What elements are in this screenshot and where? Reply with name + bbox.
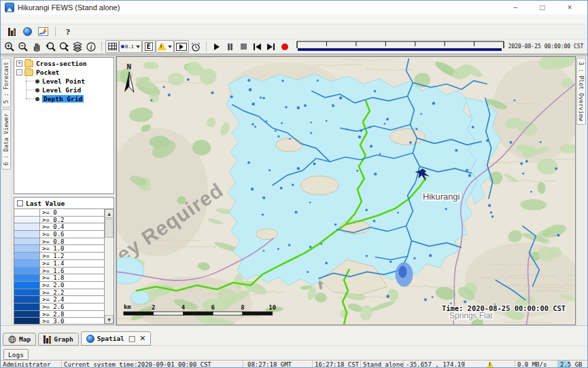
last-value-filter[interactable]: Last Value [14,198,114,208]
tab-spatial[interactable]: Spatial □ ✕ [81,331,152,346]
animation-export-button[interactable] [174,40,189,53]
legend-row[interactable]: >= 0.8 [14,238,104,246]
logs-button[interactable]: Logs [3,349,29,360]
legend-row[interactable]: >= 0.6 [14,231,104,238]
thresholds-dropdown[interactable] [156,40,174,53]
town-label: Hikurangi [423,191,460,202]
legend-row-label: >= 1.2 [40,253,104,259]
legend-row[interactable]: >= 3.0 [14,318,104,324]
timer-clock-icon [190,41,201,52]
last-value-checkbox[interactable] [17,200,23,206]
legend-color-swatch [14,311,40,318]
legend-row-label: >= 2.8 [40,311,104,318]
legend-row-label: >= 3.0 [40,318,104,324]
tab-graph[interactable]: Graph [38,333,79,346]
svg-text:km: km [124,303,131,310]
tree-item-cross-section[interactable]: + Cross-section [14,59,114,68]
label-toggle-button[interactable]: E [142,40,156,53]
stop-button[interactable] [237,40,251,53]
side-tab-plot-overview[interactable]: 3 : Plot Overview [576,58,586,125]
side-tab-forecast[interactable]: 5 : Forecast [1,58,11,107]
zoom-in-button[interactable] [3,40,16,53]
close-button[interactable]: × [556,1,583,14]
expander-icon[interactable]: - [16,69,22,75]
expander-icon[interactable]: + [16,60,22,67]
legend-row-label: >= 1.8 [40,274,104,281]
pause-button[interactable] [224,40,237,53]
zoom-previous-button[interactable] [44,40,57,53]
legend-row[interactable]: >= 1.2 [14,253,104,260]
status-gmt-time: 08:27:18 GMT [243,361,313,368]
zoom-next-button[interactable] [57,40,71,53]
record-button[interactable] [278,40,292,53]
pan-button[interactable] [30,40,44,53]
zoom-out-button[interactable] [16,40,30,53]
tree-item-label-selected: Depth Grid [42,95,84,103]
maximize-button[interactable]: □ [529,1,556,14]
legend-row[interactable]: >= 1.0 [14,245,104,253]
folder-icon [24,60,33,67]
status-user: Administrator [1,361,62,368]
timeseries-dialog-button[interactable] [36,25,50,38]
scrollbar-thumb[interactable] [105,219,114,238]
legend-row[interactable]: >= 2.0 [14,282,104,289]
tree-item-pocket[interactable]: - Pocket [14,68,114,77]
tree-item-depth-grid[interactable]: Depth Grid [14,94,114,103]
tree-item-level-grid[interactable]: Level Grid [14,86,114,94]
legend-color-swatch [14,282,40,289]
tab-maximize-icon[interactable]: □ [128,334,135,343]
map-canvas[interactable]: API Key Required API Key Required [117,57,575,325]
legend-row[interactable]: >= 1.8 [14,274,104,282]
scroll-up-icon[interactable]: ▲ [105,209,114,218]
animation-timer-button[interactable] [189,40,203,53]
legend-row[interactable]: >= 0.4 [14,223,104,231]
main-toolbar: ? [1,24,587,39]
legend-row[interactable]: >= 0 [14,209,104,217]
window-title: Hikurangi FEWS (Stand alone) [18,3,120,12]
zoom-out-icon [18,41,29,52]
legend-row[interactable]: >= 2.6 [14,303,104,311]
map-view[interactable]: API Key Required API Key Required [116,56,576,325]
legend-row[interactable]: >= 2.8 [14,311,104,318]
time-slider[interactable] [296,39,505,54]
legend-color-swatch [14,318,40,324]
side-tab-data-viewer[interactable]: 6 : Data Viewer [1,109,11,170]
svg-text:6: 6 [211,304,214,311]
play-button[interactable] [210,40,224,53]
tree-connector [26,98,34,99]
info-icon: i [86,41,97,52]
show-grid-button[interactable] [105,40,119,53]
svg-text:2: 2 [152,304,155,311]
legend-color-swatch [14,274,40,281]
tab-close-icon[interactable]: ✕ [139,334,145,343]
help-button[interactable]: ? [61,25,75,38]
area-label: Springs Flat [449,311,493,320]
spatial-display-button[interactable] [20,25,34,38]
tree-item-label: Level Point [42,77,85,85]
right-tab-strip: 3 : Plot Overview [576,56,587,325]
status-alerts[interactable] [465,361,515,368]
contour-interval-dropdown[interactable]: 0.1 [119,40,142,53]
grid-icon [108,43,117,50]
legend-row[interactable]: >= 1.6 [14,268,104,275]
info-button[interactable]: i [84,40,98,53]
tree-item-level-point[interactable]: Level Point [14,77,114,86]
step-back-button[interactable] [251,40,264,53]
layers-button[interactable] [71,40,84,53]
legend-row[interactable]: >= 1.4 [14,260,104,268]
pause-icon [228,43,230,50]
data-analysis-button[interactable] [5,25,18,38]
legend-row[interactable]: >= 2.4 [14,296,104,303]
timeline-ruler[interactable] [296,39,505,52]
scroll-down-icon[interactable]: ▼ [105,315,114,324]
tab-map[interactable]: Map [3,333,36,346]
legend-scrollbar[interactable]: ▲ ▼ [104,209,114,324]
tree-item-label: Pocket [36,69,59,76]
minimize-button[interactable]: − [502,1,529,14]
legend-row[interactable]: >= 2.2 [14,289,104,297]
legend-row[interactable]: >= 0.2 [14,217,104,224]
legend-color-swatch [14,223,40,230]
legend-row-label: >= 1.6 [40,268,104,274]
step-forward-button[interactable] [264,40,278,53]
app-window: Hikurangi FEWS (Stand alone) − □ × ? [0,0,588,368]
